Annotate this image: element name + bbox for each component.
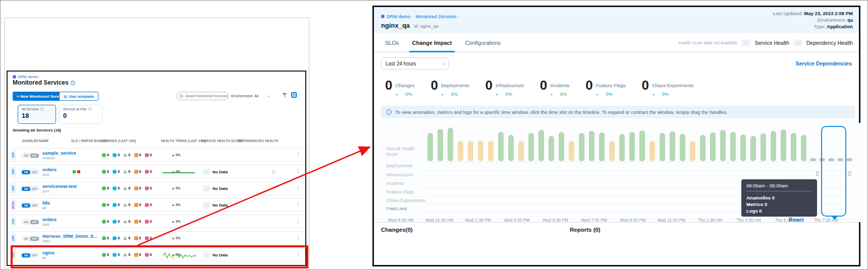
- service-name-link[interactable]: orders: [42, 167, 57, 172]
- service-row[interactable]: APP ONOFF orders prod 00000 ▲ 0% -No Dat…: [9, 165, 305, 178]
- service-dependencies-link[interactable]: Service Dependencies: [796, 60, 852, 66]
- health-score-bar[interactable]: [488, 141, 494, 161]
- service-enabled-toggle[interactable]: ONOFF: [21, 219, 39, 225]
- change-impact-timeline-chart: Overall Health Score Deployments Infrast…: [374, 123, 862, 222]
- drag-handle-left[interactable]: [816, 171, 817, 172]
- service-row[interactable]: APP ONOFF Harness_SRM_Demo_E... Test2 00…: [9, 231, 305, 245]
- breadcrumb-srm-demo[interactable]: SRM demo: [387, 14, 411, 19]
- service-row[interactable]: APP ONOFF orders local 00000 ▲ 0% ⋮: [9, 215, 305, 228]
- row-menu-icon[interactable]: ⋮: [296, 235, 301, 240]
- health-score-bar[interactable]: [639, 130, 645, 161]
- service-name-link[interactable]: orders: [42, 217, 57, 222]
- health-score-bar[interactable]: [720, 130, 726, 161]
- chaos-experiments-change-icon: [145, 203, 149, 207]
- row-menu-icon[interactable]: ⋮: [296, 185, 301, 190]
- health-score-bar[interactable]: [518, 141, 524, 161]
- service-row[interactable]: INFRA ONOFF k8s qa 00000 ▲ 0% -No Data ⋮: [9, 198, 305, 212]
- health-score-bar[interactable]: [660, 133, 665, 161]
- service-row[interactable]: APP ONOFF servicenow-test prod 00000 ▲ 0…: [9, 181, 305, 195]
- dependency-health-label: Dependency Health: [806, 40, 853, 46]
- health-score-bar[interactable]: [710, 132, 716, 161]
- all-services-card[interactable]: All Services 18: [18, 105, 56, 124]
- health-score-bar[interactable]: [670, 131, 675, 161]
- health-score-bar[interactable]: [438, 129, 443, 161]
- breadcrumb[interactable]: SRM demo ›: [13, 75, 40, 79]
- health-score-bar[interactable]: [649, 141, 655, 161]
- service-enabled-toggle[interactable]: ONOFF: [21, 186, 39, 191]
- health-score-bar[interactable]: [478, 141, 483, 161]
- search-box[interactable]: [176, 92, 229, 100]
- health-score-bar[interactable]: [579, 133, 584, 161]
- health-score-bar[interactable]: [528, 133, 534, 161]
- health-score-bar[interactable]: [589, 131, 594, 161]
- health-score-bar[interactable]: [791, 133, 796, 161]
- health-score-bar[interactable]: [761, 133, 766, 161]
- metric-value: 0: [385, 79, 392, 92]
- health-score-bar[interactable]: [730, 132, 736, 161]
- tab-configurations[interactable]: Configurations: [465, 33, 501, 52]
- health-score-bar[interactable]: [538, 130, 544, 161]
- deployments-change-icon: [102, 170, 106, 174]
- row-menu-icon[interactable]: ⋮: [296, 168, 301, 174]
- drag-handle-right[interactable]: [848, 171, 849, 172]
- service-name-link[interactable]: Harness_SRM_Demo_E...: [42, 234, 97, 239]
- service-name-link[interactable]: sample_service: [42, 151, 76, 156]
- health-score-bar[interactable]: [549, 136, 554, 161]
- health-score-bar[interactable]: [498, 132, 504, 161]
- reset-link[interactable]: Reset: [789, 217, 804, 223]
- tab-change-impact[interactable]: Change Impact: [412, 33, 452, 52]
- health-score-bar[interactable]: [801, 135, 806, 161]
- breadcrumb-separator: ›: [39, 76, 40, 79]
- row-menu-icon[interactable]: ⋮: [296, 218, 301, 224]
- infrastructure-change-icon: [113, 220, 117, 224]
- services-at-risk-card[interactable]: Services at Risk 0: [59, 105, 102, 124]
- health-score-bar[interactable]: [458, 141, 463, 161]
- health-score-bar[interactable]: [599, 132, 605, 161]
- service-name-link[interactable]: servicenow-test: [42, 184, 77, 189]
- health-score-bar[interactable]: [771, 131, 776, 161]
- service-enabled-toggle[interactable]: ONOFF: [21, 169, 39, 175]
- row-menu-icon[interactable]: ⋮: [296, 152, 301, 157]
- reports-tab[interactable]: Reports (0): [570, 227, 601, 233]
- time-window-selection[interactable]: [821, 126, 846, 217]
- health-score-bar[interactable]: [609, 141, 615, 161]
- showing-services-label: Showing all Services (18): [13, 128, 61, 132]
- service-row[interactable]: APP ONOFF sample_service nonprod 00000 ▲…: [9, 148, 305, 162]
- info-icon[interactable]: i: [71, 81, 75, 85]
- chaos-experiments-change-icon: [145, 236, 149, 240]
- filter-icon[interactable]: [282, 93, 287, 98]
- tab-slos[interactable]: SLOs: [385, 33, 399, 52]
- service-enabled-toggle[interactable]: ONOFF: [21, 153, 39, 158]
- breadcrumb-monitored-services[interactable]: Monitored Services: [416, 14, 457, 19]
- selection-tooltip: 08:05am - 09:30am Anamolies 0Metrics 0Lo…: [741, 179, 817, 217]
- service-name-link[interactable]: k8s: [42, 200, 50, 206]
- health-score-bar[interactable]: [629, 132, 635, 161]
- changes-tab[interactable]: Changes(0): [381, 227, 413, 233]
- health-score-bar[interactable]: [559, 132, 564, 161]
- detail-breadcrumb[interactable]: SRM demo › Monitored Services ›: [381, 14, 460, 19]
- health-score-bar[interactable]: [619, 134, 625, 161]
- environment-filter[interactable]: Environment: All ▾: [231, 92, 269, 100]
- health-score-bar[interactable]: [448, 128, 453, 161]
- row-menu-icon[interactable]: ⋮: [296, 201, 301, 207]
- health-score-bar[interactable]: [427, 133, 433, 161]
- health-score-bar[interactable]: [700, 135, 706, 161]
- health-score-bar[interactable]: [468, 141, 473, 161]
- use-template-button[interactable]: ▤ Use template: [59, 92, 98, 101]
- grid-view-icon[interactable]: [291, 92, 297, 98]
- time-range-dropdown[interactable]: Last 24 hours ▾: [381, 57, 449, 70]
- breadcrumb-project[interactable]: SRM demo: [18, 75, 38, 79]
- health-score-bar[interactable]: [508, 135, 514, 161]
- service-enabled-toggle[interactable]: ONOFF: [21, 236, 39, 241]
- search-input[interactable]: [184, 94, 230, 98]
- service-type-tag: APP: [11, 233, 16, 243]
- health-score-bar[interactable]: [569, 141, 574, 161]
- health-score-bar[interactable]: [690, 141, 695, 161]
- feature-flags-change-icon: [134, 170, 138, 174]
- health-score-bar[interactable]: [680, 134, 685, 161]
- health-score-bar[interactable]: [750, 136, 756, 161]
- health-score-bar[interactable]: [740, 134, 746, 161]
- service-enabled-toggle[interactable]: ONOFF: [21, 202, 39, 208]
- health-score-bar[interactable]: [781, 129, 786, 161]
- col-score: SERVICE HEALTH SCORE: [201, 139, 243, 143]
